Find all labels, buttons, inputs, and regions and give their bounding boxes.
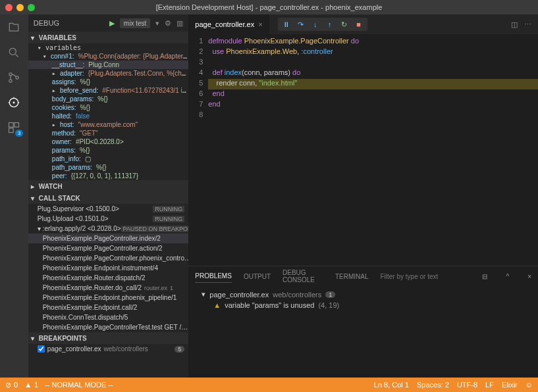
step-out-icon[interactable]: ↑	[325, 20, 335, 29]
start-debug-icon[interactable]: ▶	[109, 19, 115, 28]
stack-frame[interactable]: Plug.Upload <0.1501.0>RUNNING	[28, 214, 188, 224]
close-window[interactable]	[5, 4, 13, 11]
svg-point-2	[9, 73, 12, 76]
variable-row[interactable]: cookies: %{}	[28, 103, 188, 112]
variable-row[interactable]: ▸ before_send: #Function<11.67278243/1 i…	[28, 86, 188, 95]
collapse-all-icon[interactable]: ⊟	[482, 273, 487, 280]
stack-frame[interactable]: Phoenix.ConnTest.dispatch/5	[28, 312, 188, 322]
problems-filter-input[interactable]	[380, 273, 464, 280]
variable-row[interactable]: params: %{}	[28, 146, 188, 155]
status-eol[interactable]: LF	[485, 381, 494, 389]
debug-repl-icon[interactable]: ▥	[176, 19, 183, 28]
variable-row[interactable]: halted: false	[28, 112, 188, 120]
tab-debug-console[interactable]: DEBUG CONSOLE	[282, 266, 323, 286]
status-encoding[interactable]: UTF-8	[457, 381, 477, 389]
variable-row[interactable]: body_params: %{}	[28, 95, 188, 103]
status-position[interactable]: Ln 8, Col 1	[374, 381, 409, 389]
problem-location: (4, 19)	[318, 301, 339, 309]
search-icon[interactable]	[6, 45, 22, 61]
variables-scope[interactable]: ▾ variables	[28, 43, 188, 52]
debug-toolbar: ⏸ ↷ ↓ ↑ ↻ ■	[278, 18, 367, 31]
stack-frame[interactable]: PhoenixExample.Endpoint.instrument/4	[28, 263, 188, 273]
editor-actions: ◫ ⋯	[504, 20, 538, 29]
variable-row[interactable]: ▸ host: "www.example.com"	[28, 120, 188, 129]
split-editor-icon[interactable]: ◫	[511, 20, 518, 29]
explorer-icon[interactable]	[6, 20, 22, 36]
svg-rect-10	[9, 123, 14, 128]
stack-frame[interactable]: PhoenixExample.Endpoint.phoenix_pipeline…	[28, 293, 188, 303]
status-language[interactable]: Elixir	[502, 381, 518, 389]
stack-frame[interactable]: PhoenixExample.PageControllerTest.test G…	[28, 322, 188, 332]
variable-row[interactable]: ▾ conn#1: %Plug.Conn{adapter: {Plug.Adap…	[28, 52, 188, 61]
variable-row[interactable]: assigns: %{}	[28, 78, 188, 86]
window-controls	[5, 4, 35, 11]
debug-settings-icon[interactable]: ⚙	[165, 19, 171, 28]
variable-row[interactable]: owner: #PID<0.2028.0>	[28, 137, 188, 146]
problem-file-row[interactable]: ▾ page_controller.ex web/controllers 1	[195, 289, 531, 300]
status-errors[interactable]: ⊘ 0	[5, 381, 18, 389]
problem-count: 1	[325, 291, 335, 298]
svg-line-1	[16, 55, 18, 57]
variable-row[interactable]: method: "GET"	[28, 129, 188, 137]
line-gutter: 12345678	[188, 34, 208, 266]
breakpoint-checkbox[interactable]	[38, 345, 45, 353]
close-tab-icon[interactable]: ×	[258, 20, 262, 28]
tab-output[interactable]: OUTPUT	[244, 270, 271, 283]
editor-tab[interactable]: page_controller.ex ×	[188, 14, 269, 34]
chevron-down-icon: ▾	[202, 290, 205, 299]
stack-frame[interactable]: PhoenixExample.PageController.phoenix_co…	[28, 253, 188, 263]
step-into-icon[interactable]: ↓	[311, 20, 320, 29]
continue-icon[interactable]: ⏸	[282, 20, 291, 29]
svg-point-3	[9, 80, 12, 82]
variable-row[interactable]: peer: {{127, 0, 0, 1}, 111317}	[28, 172, 188, 180]
stack-frame[interactable]: PhoenixExample.Router.do_call/2 router.e…	[28, 283, 188, 293]
stack-frame[interactable]: PhoenixExample.PageController.index/2	[28, 233, 188, 243]
stop-icon[interactable]: ■	[354, 20, 363, 29]
debug-config-select[interactable]: mix test	[120, 18, 150, 28]
section-watch[interactable]: ▸WATCH	[28, 180, 188, 192]
step-over-icon[interactable]: ↷	[296, 20, 306, 29]
scm-icon[interactable]	[6, 70, 22, 86]
debug-icon[interactable]	[6, 95, 22, 110]
stack-frame[interactable]: Plug.Supervisor <0.1500.0>RUNNING	[28, 204, 188, 214]
section-callstack[interactable]: ▾CALL STACK	[28, 192, 188, 204]
code-lines[interactable]: defmodule PhoenixExample.PageController …	[208, 34, 538, 266]
tab-problems[interactable]: PROBLEMS	[195, 270, 232, 283]
status-warnings[interactable]: ▲ 1	[24, 381, 38, 389]
stack-frame[interactable]: PhoenixExample.Endpoint.call/2	[28, 303, 188, 312]
extensions-icon[interactable]: 3	[6, 120, 22, 135]
breakpoint-row[interactable]: page_controller.ex web/controllers5	[28, 344, 188, 354]
more-actions-icon[interactable]: ⋯	[524, 20, 531, 29]
warning-icon: ▲	[213, 301, 221, 309]
activity-bar: 3	[0, 14, 28, 378]
svg-rect-12	[9, 128, 14, 133]
feedback-icon[interactable]: ☺	[525, 381, 533, 389]
minimize-window[interactable]	[16, 4, 24, 11]
stack-frame[interactable]: ▾ :erlang.apply/2 <0.2028.0>PAUSED ON BR…	[28, 224, 188, 233]
variable-row[interactable]: path_params: %{}	[28, 163, 188, 172]
section-breakpoints[interactable]: ▾BREAKPOINTS	[28, 332, 188, 344]
restart-icon[interactable]: ↻	[340, 20, 349, 29]
problem-path: web/controllers	[273, 291, 321, 299]
debug-config-dropdown-icon[interactable]: ▾	[155, 19, 159, 28]
stack-frame[interactable]: PhoenixExample.PageController.action/2	[28, 243, 188, 253]
code-editor[interactable]: 12345678 defmodule PhoenixExample.PageCo…	[188, 34, 538, 266]
close-panel-icon[interactable]: ×	[527, 273, 531, 280]
tab-terminal[interactable]: TERMINAL	[335, 270, 369, 283]
status-spaces[interactable]: Spaces: 2	[417, 381, 449, 389]
section-variables[interactable]: ▾VARIABLES	[28, 32, 188, 43]
stack-frame[interactable]: PhoenixExample.Router.dispatch/2	[28, 273, 188, 283]
debug-sidebar: DEBUG ▶ mix test ▾ ⚙ ▥ ▾VARIABLES ▾ vari…	[28, 14, 188, 378]
svg-point-0	[10, 48, 16, 55]
maximize-window[interactable]	[28, 4, 35, 11]
problem-file: page_controller.ex	[209, 291, 269, 299]
debug-label: DEBUG	[34, 19, 59, 27]
editor-area: page_controller.ex × ⏸ ↷ ↓ ↑ ↻ ■ ◫ ⋯ 123…	[188, 14, 538, 378]
problem-item[interactable]: ▲ variable "params" is unused (4, 19)	[195, 300, 531, 310]
variable-row[interactable]: __struct__: Plug.Conn	[28, 61, 188, 69]
tab-label: page_controller.ex	[195, 20, 254, 28]
variable-row[interactable]: path_info: ▢	[28, 155, 188, 163]
variable-row[interactable]: ▸ adapter: {Plug.Adapters.Test.Conn, %{c…	[28, 69, 188, 78]
maximize-panel-icon[interactable]: ^	[506, 273, 509, 280]
ext-badge: 3	[15, 130, 23, 137]
